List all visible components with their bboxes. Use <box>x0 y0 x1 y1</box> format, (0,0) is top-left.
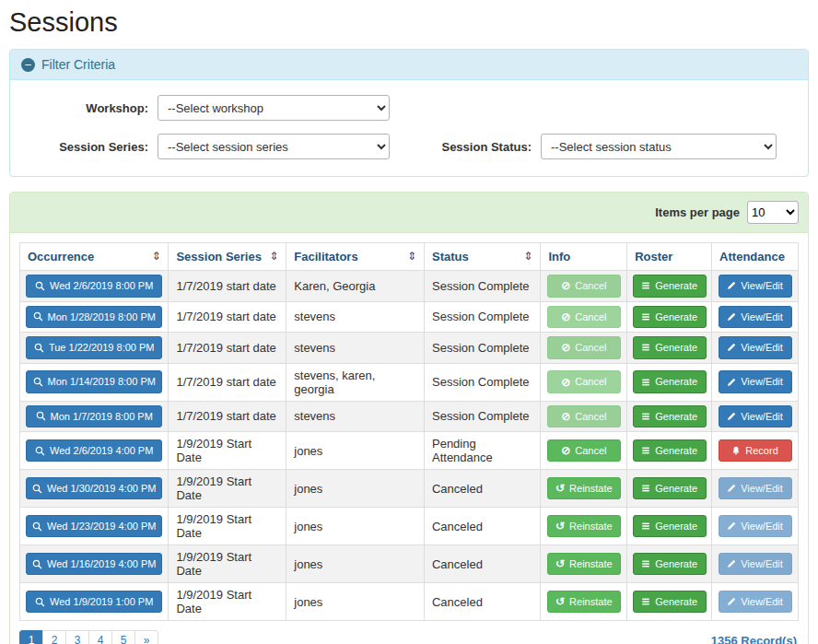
attendance-action-button[interactable]: View/Edit <box>719 591 792 614</box>
generate-icon <box>641 281 650 290</box>
roster-generate-button[interactable]: Generate <box>633 439 707 463</box>
generate-icon <box>641 597 650 606</box>
roster-generate-label: Generate <box>655 556 697 572</box>
session-series-cell: 1/7/2019 start date <box>169 271 286 302</box>
info-action-button[interactable]: ⊘ ↺ Reinstate <box>547 591 621 614</box>
filter-panel-header[interactable]: − Filter Criteria <box>10 50 808 80</box>
session-series-cell: 1/7/2019 start date <box>169 333 286 364</box>
session-series-label: Session Series: <box>10 140 158 154</box>
facilitators-cell: jones <box>286 432 425 470</box>
sort-icon: ⇕ <box>151 250 160 263</box>
column-header[interactable]: Session Series⇕ <box>169 243 286 271</box>
occurrence-button[interactable]: Wed 2/6/2019 4:00 PM <box>26 439 162 463</box>
roster-generate-button[interactable]: Generate <box>633 275 707 298</box>
info-action-button[interactable]: ⊘ ↺ Cancel <box>547 306 621 329</box>
attendance-action-label: Record <box>745 443 777 459</box>
occurrence-label: Mon 1/7/2019 8:00 PM <box>51 409 153 425</box>
roster-generate-button[interactable]: Generate <box>633 336 707 359</box>
ban-icon: ⊘ <box>561 311 570 322</box>
info-action-button[interactable]: ⊘ ↺ Cancel <box>547 275 621 298</box>
status-cell: Canceled <box>424 545 540 583</box>
info-action-button[interactable]: ⊘ ↺ Cancel <box>547 370 621 393</box>
info-action-button[interactable]: ⊘ ↺ Cancel <box>547 336 621 359</box>
info-action-button[interactable]: ⊘ ↺ Reinstate <box>547 477 621 500</box>
pencil-icon <box>727 597 736 606</box>
column-header: Roster <box>627 243 712 271</box>
pagination-page[interactable]: 2 <box>42 630 66 644</box>
pencil-icon <box>727 484 736 493</box>
occurrence-button[interactable]: Wed 1/9/2019 1:00 PM <box>26 591 162 614</box>
collapse-minus-icon[interactable]: − <box>21 58 35 72</box>
roster-generate-button[interactable]: Generate <box>633 306 707 329</box>
attendance-action-label: View/Edit <box>741 519 783 534</box>
occurrence-button[interactable]: Mon 1/14/2019 8:00 PM <box>26 370 162 393</box>
table-row: Mon 1/28/2019 8:00 PM 1/7/2019 start dat… <box>20 301 799 333</box>
column-header[interactable]: Occurrence⇕ <box>20 243 169 271</box>
occurrence-button[interactable]: Wed 1/30/2019 4:00 PM <box>26 477 162 500</box>
pagination-page[interactable]: 3 <box>65 630 89 644</box>
info-action-button[interactable]: ⊘ ↺ Cancel <box>547 439 621 463</box>
attendance-action-button[interactable]: View/Edit <box>719 477 792 500</box>
column-header[interactable]: Facilitators⇕ <box>286 243 425 271</box>
roster-generate-button[interactable]: Generate <box>633 591 707 614</box>
roster-generate-label: Generate <box>655 481 697 497</box>
pagination-page[interactable]: 1 <box>19 630 43 644</box>
roster-generate-button[interactable]: Generate <box>633 553 707 576</box>
undo-icon: ↺ <box>555 521 565 532</box>
attendance-action-button[interactable]: View/Edit <box>719 515 792 538</box>
occurrence-button[interactable]: Mon 1/28/2019 8:00 PM <box>26 306 162 329</box>
attendance-action-button[interactable]: View/Edit <box>719 336 792 359</box>
pagination-page[interactable]: » <box>134 630 158 644</box>
occurrence-label: Wed 2/6/2019 8:00 PM <box>50 278 153 294</box>
occurrence-button[interactable]: Wed 1/23/2019 4:00 PM <box>26 515 162 538</box>
session-status-select[interactable]: --Select session status <box>541 134 777 159</box>
pencil-icon <box>727 521 736 531</box>
attendance-action-label: View/Edit <box>741 310 783 325</box>
items-per-page-select[interactable]: 10 <box>747 201 799 224</box>
occurrence-button[interactable]: Wed 1/16/2019 4:00 PM <box>26 553 162 576</box>
column-header-label: Roster <box>635 250 672 263</box>
workshop-select[interactable]: --Select workshop <box>158 95 390 121</box>
page-title: Sessions <box>9 7 809 38</box>
facilitators-cell: jones <box>286 508 425 545</box>
roster-generate-button[interactable]: Generate <box>633 515 707 538</box>
info-action-button[interactable]: ⊘ ↺ Cancel <box>547 405 621 428</box>
roster-generate-button[interactable]: Generate <box>633 370 707 393</box>
occurrence-button[interactable]: Wed 2/6/2019 8:00 PM <box>26 275 162 298</box>
occurrence-button[interactable]: Tue 1/22/2019 8:00 PM <box>26 336 162 359</box>
search-icon <box>33 311 43 322</box>
search-icon <box>33 377 43 387</box>
session-series-select[interactable]: --Select session series <box>158 134 390 159</box>
roster-generate-button[interactable]: Generate <box>633 405 707 428</box>
attendance-action-button[interactable]: View/Edit <box>719 405 792 428</box>
info-action-button[interactable]: ⊘ ↺ Reinstate <box>547 553 621 576</box>
pagination-page[interactable]: 5 <box>111 630 135 644</box>
attendance-action-button[interactable]: View/Edit <box>719 306 792 329</box>
attendance-action-button[interactable]: View/Edit <box>719 370 792 393</box>
column-header[interactable]: Status⇕ <box>424 243 540 271</box>
generate-icon <box>641 521 650 531</box>
attendance-action-button[interactable]: Record <box>719 439 792 463</box>
search-icon <box>35 597 45 607</box>
table-footer: 12345» 1356 Record(s) <box>19 630 799 644</box>
ban-icon: ⊘ <box>561 280 570 291</box>
pagination-page[interactable]: 4 <box>88 630 112 644</box>
table-row: Tue 1/22/2019 8:00 PM 1/7/2019 start dat… <box>20 333 799 364</box>
attendance-action-button[interactable]: View/Edit <box>719 275 792 298</box>
generate-icon <box>641 446 650 455</box>
sessions-panel: Items per page 10 Occurrence⇕Session Ser… <box>9 192 809 644</box>
attendance-action-button[interactable]: View/Edit <box>719 553 792 576</box>
roster-generate-button[interactable]: Generate <box>633 477 707 500</box>
roster-generate-label: Generate <box>655 374 697 390</box>
workshop-label: Workshop: <box>10 101 158 115</box>
occurrence-label: Wed 1/16/2019 4:00 PM <box>47 556 156 572</box>
occurrence-button[interactable]: Mon 1/7/2019 8:00 PM <box>26 405 162 428</box>
search-icon <box>36 411 46 421</box>
collapse-minus-glyph: − <box>25 59 32 71</box>
info-action-button[interactable]: ⊘ ↺ Reinstate <box>547 515 621 538</box>
roster-generate-label: Generate <box>655 310 697 325</box>
facilitators-cell: stevens <box>286 333 425 364</box>
status-cell: Pending Attendance <box>424 432 540 470</box>
info-action-label: Reinstate <box>569 481 612 497</box>
filter-panel-body: Workshop: --Select workshop Session Seri… <box>10 80 808 176</box>
